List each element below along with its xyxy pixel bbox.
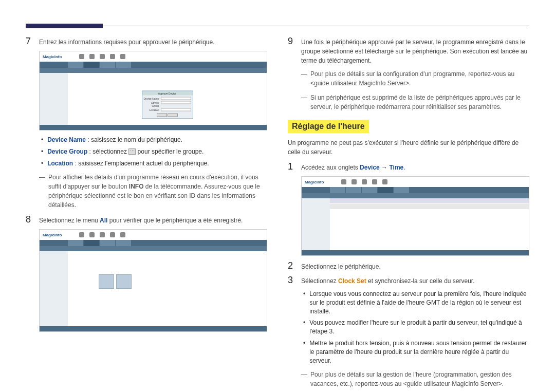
note-info: Pour afficher les détails d'un programme… [39,173,267,210]
step-9: 9 Une fois le périphérique approuvé par … [288,36,529,65]
note-time-guide: Pour plus de détails sur la gestion de l… [301,370,529,388]
step-text: Sélectionnez le périphérique. [301,262,381,271]
dialog-name-input[interactable] [161,97,191,100]
dialog-name-label: Device Name [144,97,159,100]
cancel-button[interactable] [168,113,178,117]
ss-logo: MagicInfo [43,233,62,237]
step3-c: et synchronisez-la sur celle du serveur. [366,277,475,285]
device-thumb[interactable] [116,274,132,289]
dialog-group-input[interactable] [161,101,191,104]
step-text: Sélectionnez le menu All pour vérifier q… [39,216,243,225]
step3-b: Clock Set [338,277,366,285]
sb3-text: Mettre le produit hors tension, puis à n… [309,339,529,365]
note-guide-text: Pour plus de détails sur la configuratio… [310,69,529,88]
step-text: Une fois le périphérique approuvé par le… [301,38,529,65]
columns: 7 Entrez les informations requises pour … [26,36,529,392]
step8-a: Sélectionnez le menu [39,217,100,224]
screenshot-approve: MagicInfo Approve Device Device Name Dev… [39,51,267,130]
screenshot-time: MagicInfo [301,176,529,256]
text-device-group-a: : sélectionnez [87,148,128,155]
step-text: Sélectionnez Clock Set et synchronisez-l… [301,276,475,286]
step-number: 2 [288,261,295,271]
text-device-name: : saisissez le nom du périphérique. [86,136,182,143]
bullet-device-name: Device Name : saisissez le nom du périph… [41,136,267,144]
step-text: Accédez aux onglets Device → Time. [301,163,405,172]
bullet-list: Device Name : saisissez le nom du périph… [41,136,267,167]
step-text: Entrez les informations requises pour ap… [39,38,215,47]
text-location: : saisissez l'emplacement actuel du péri… [73,160,209,167]
bullet-location: Location : saisissez l'emplacement actue… [41,159,267,168]
step1-a: Accédez aux onglets [301,164,360,171]
text-device-group-b: pour spécifier le groupe. [136,148,203,155]
step-number: 1 [288,162,295,172]
dialog-group-label: Device Group [144,101,159,107]
label-device-name: Device Name [47,136,86,143]
ss-logo: MagicInfo [43,54,62,59]
right-column: 9 Une fois le périphérique approuvé par … [288,36,529,392]
note-delete: Si un périphérique est supprimé de la li… [301,93,529,111]
step-2: 2 Sélectionnez le périphérique. [288,261,529,271]
step1-b: Device [360,164,380,171]
dialog-title: Approve Device [142,91,193,95]
step1-c: Time [389,164,403,171]
sb2: Vous pouvez modifier l'heure sur le prod… [303,319,529,336]
label-location: Location [47,160,73,167]
step-3: 3 Sélectionnez Clock Set et synchronisez… [288,275,529,286]
heading-time: Réglage de l'heure [288,120,369,133]
step1-d: . [403,164,405,171]
step1-arrow: → [380,164,390,171]
dialog-loc-input[interactable] [161,108,191,111]
step-number: 8 [26,215,33,225]
sb1-text: Lorsque vous vous connectez au serveur p… [309,290,529,315]
sb1: Lorsque vous vous connectez au serveur p… [303,290,529,315]
top-rule [26,26,529,26]
label-device-group: Device Group [47,148,87,155]
note-guide: Pour plus de détails sur la configuratio… [301,69,529,88]
note-time-guide-text: Pour plus de détails sur la gestion de l… [310,370,529,388]
approve-dialog: Approve Device Device Name Device Group … [142,90,193,119]
left-column: 7 Entrez les informations requises pour … [26,36,267,392]
intro-text: Un programme ne peut pas s'exécuter si l… [288,138,529,157]
device-thumb[interactable] [99,274,114,289]
ellipsis-icon[interactable] [128,148,136,155]
ss-logo: MagicInfo [305,180,324,184]
note-info-b: INFO [129,183,144,190]
dialog-loc-label: Location [144,108,159,111]
step-8: 8 Sélectionnez le menu All pour vérifier… [26,215,267,225]
sb2-text: Vous pouvez modifier l'heure sur le prod… [309,319,529,336]
step-number: 3 [288,275,295,286]
screenshot-all: MagicInfo [39,229,267,332]
step-7: 7 Entrez les informations requises pour … [26,36,267,47]
note-delete-text: Si un périphérique est supprimé de la li… [310,93,529,111]
step-number: 9 [288,36,295,47]
sub-bullets: Lorsque vous vous connectez au serveur p… [303,290,529,365]
step3-a: Sélectionnez [301,277,338,285]
step-number: 7 [26,36,33,47]
step-1: 1 Accédez aux onglets Device → Time. [288,162,529,172]
sb3: Mettre le produit hors tension, puis à n… [303,339,529,365]
step8-b: All [100,217,107,224]
step8-c: pour vérifier que le périphérique a été … [107,217,243,224]
ok-button[interactable] [157,113,167,117]
bullet-device-group: Device Group : sélectionnez pour spécifi… [41,147,267,156]
